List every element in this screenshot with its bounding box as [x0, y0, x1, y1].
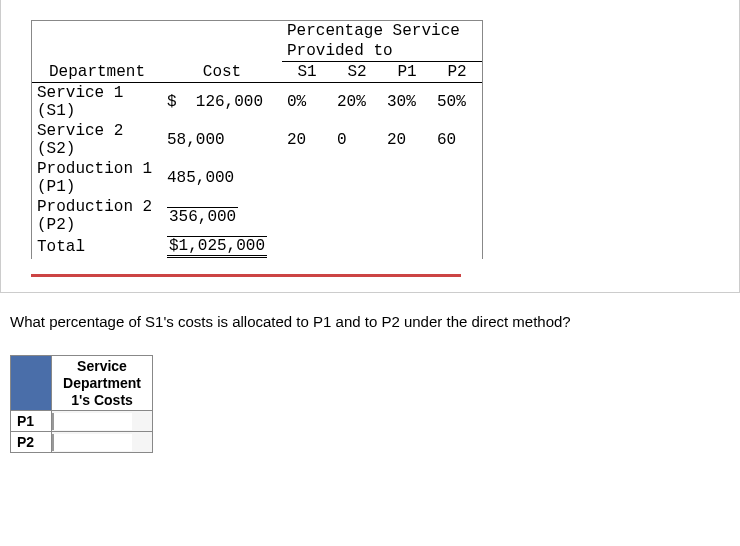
col-p2: P2 [432, 62, 482, 83]
row-label-p1: P1 [11, 411, 52, 432]
answer-input-table: Service Department 1's Costs P1 P2 [10, 355, 153, 453]
col-s1: S1 [282, 62, 332, 83]
table-row: Production 1 (P1) 485,000 [32, 159, 482, 197]
pct-header-1: Percentage Service [282, 21, 482, 41]
row-label-p2: P2 [11, 432, 52, 453]
answer-header: Service Department 1's Costs [52, 356, 153, 411]
p2-input[interactable] [52, 434, 132, 451]
pct-header-2: Provided to [282, 41, 482, 62]
cost-allocation-table: Percentage Service Provided to Departmen… [31, 20, 483, 259]
table-row-total: Total $1,025,000 [32, 235, 482, 259]
red-divider [31, 274, 461, 277]
col-cost: Cost [162, 62, 282, 83]
col-p1: P1 [382, 62, 432, 83]
p1-input[interactable] [52, 413, 132, 430]
total-value: $1,025,000 [167, 236, 267, 258]
blue-stub-cell [11, 356, 52, 411]
col-s2: S2 [332, 62, 382, 83]
table-row: Production 2 (P2) 356,000 [32, 197, 482, 235]
table-row: Service 2 (S2) 58,000 20 0 20 60 [32, 121, 482, 159]
question-text: What percentage of S1's costs is allocat… [10, 313, 730, 330]
col-dept: Department [32, 62, 162, 83]
table-row: Service 1 (S1) $ 126,000 0% 20% 30% 50% [32, 83, 482, 122]
